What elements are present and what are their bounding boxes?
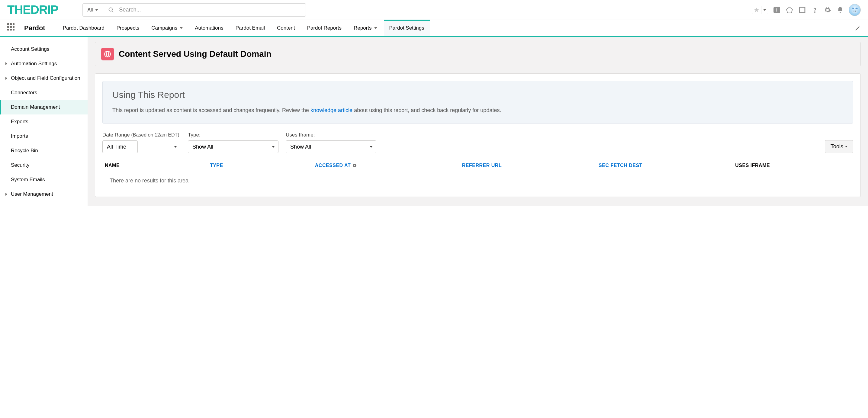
empty-results-message: There are no results for this area bbox=[102, 172, 853, 189]
tools-button[interactable]: Tools bbox=[825, 140, 853, 153]
plus-icon bbox=[773, 6, 781, 14]
chevron-down-icon bbox=[95, 9, 98, 11]
salesforce-cloud-button[interactable] bbox=[785, 6, 794, 14]
app-launcher-button[interactable] bbox=[7, 23, 17, 33]
search-scope-dropdown[interactable]: All bbox=[83, 4, 103, 16]
sidebar-item-automation-settings[interactable]: Automation Settings bbox=[0, 57, 88, 71]
app-logo[interactable]: THEDRIP bbox=[7, 3, 58, 17]
sidebar-item-object-and-field-configuration[interactable]: Object and Field Configuration bbox=[0, 71, 88, 86]
nav-tab-label: Pardot Settings bbox=[389, 25, 424, 31]
filter-hint-date: (Based on 12am EDT): bbox=[131, 132, 181, 138]
info-text: This report is updated as content is acc… bbox=[112, 106, 843, 115]
notifications-button[interactable] bbox=[836, 6, 844, 14]
search-scope-label: All bbox=[88, 7, 93, 13]
svg-point-10 bbox=[855, 10, 856, 11]
filter-label-iframe: Uses Iframe: bbox=[286, 132, 376, 138]
nav-tab-pardot-dashboard[interactable]: Pardot Dashboard bbox=[57, 20, 110, 36]
svg-point-9 bbox=[854, 10, 855, 11]
svg-marker-2 bbox=[754, 7, 759, 12]
uses-iframe-select[interactable]: Show All bbox=[286, 141, 376, 153]
nav-tab-pardot-email[interactable]: Pardot Email bbox=[230, 20, 270, 36]
nav-tab-campaigns[interactable]: Campaigns bbox=[146, 20, 188, 36]
nav-tab-label: Content bbox=[277, 25, 295, 31]
col-sec-fetch-dest[interactable]: SEC FETCH DEST bbox=[598, 163, 735, 168]
sidebar-item-exports[interactable]: Exports bbox=[0, 115, 88, 129]
col-accessed-at[interactable]: ACCESSED AT bbox=[315, 163, 462, 168]
sidebar-item-imports[interactable]: Imports bbox=[0, 129, 88, 144]
nav-tab-prospects[interactable]: Prospects bbox=[111, 20, 145, 36]
svg-point-0 bbox=[109, 7, 113, 11]
nav-tab-reports[interactable]: Reports bbox=[348, 20, 383, 36]
nav-tab-label: Prospects bbox=[117, 25, 140, 31]
sidebar-item-recycle-bin[interactable]: Recycle Bin bbox=[0, 144, 88, 158]
star-icon bbox=[754, 7, 759, 13]
search-input[interactable] bbox=[119, 7, 301, 13]
nav-tab-label: Reports bbox=[354, 25, 372, 31]
cloud-icon bbox=[785, 6, 794, 14]
globe-icon bbox=[101, 48, 114, 60]
gear-icon bbox=[824, 6, 831, 13]
page-title: Content Served Using Default Domain bbox=[119, 49, 272, 59]
sidebar-item-security[interactable]: Security bbox=[0, 158, 88, 173]
nav-tab-automations[interactable]: Automations bbox=[189, 20, 229, 36]
knowledge-article-link[interactable]: knowledge article bbox=[310, 107, 352, 113]
nav-tab-label: Pardot Dashboard bbox=[63, 25, 104, 31]
tools-label: Tools bbox=[831, 144, 843, 150]
bell-icon bbox=[837, 6, 844, 13]
caret-down-icon bbox=[845, 146, 847, 147]
filter-date-range: Date Range (Based on 12am EDT): All Time bbox=[102, 132, 181, 153]
nav-tab-pardot-settings[interactable]: Pardot Settings bbox=[384, 20, 430, 36]
chevron-down-icon bbox=[374, 27, 377, 29]
svg-line-1 bbox=[112, 10, 114, 12]
trailhead-button[interactable] bbox=[798, 6, 806, 14]
info-title: Using This Report bbox=[112, 90, 843, 100]
sidebar-item-system-emails[interactable]: System Emails bbox=[0, 173, 88, 187]
setup-button[interactable] bbox=[823, 6, 832, 14]
pencil-icon bbox=[855, 25, 861, 31]
sidebar-item-domain-management[interactable]: Domain Management bbox=[0, 100, 88, 115]
results-table: NAMETYPEACCESSED ATREFERRER URLSEC FETCH… bbox=[102, 159, 853, 189]
global-search: All bbox=[83, 3, 306, 17]
nav-tab-label: Pardot Email bbox=[236, 25, 265, 31]
filter-uses-iframe: Uses Iframe: Show All bbox=[286, 132, 376, 153]
nav-tab-content[interactable]: Content bbox=[272, 20, 301, 36]
favorites-dropdown[interactable] bbox=[752, 6, 768, 14]
nav-tab-label: Pardot Reports bbox=[307, 25, 342, 31]
question-icon bbox=[811, 6, 818, 13]
sidebar-item-account-settings[interactable]: Account Settings bbox=[0, 42, 88, 57]
filter-label-date: Date Range bbox=[102, 132, 131, 138]
square-icon bbox=[799, 6, 806, 13]
chevron-down-icon bbox=[180, 27, 183, 29]
col-uses-iframe: USES IFRAME bbox=[735, 163, 851, 168]
nav-tab-label: Automations bbox=[195, 25, 223, 31]
sort-desc-icon bbox=[352, 163, 357, 168]
edit-nav-button[interactable] bbox=[855, 25, 861, 31]
info-text-after: about using this report, and check back … bbox=[352, 107, 501, 113]
chevron-down-icon bbox=[763, 9, 766, 11]
col-referrer-url[interactable]: REFERRER URL bbox=[462, 163, 598, 168]
search-icon bbox=[108, 7, 114, 13]
help-button[interactable] bbox=[811, 6, 819, 14]
sidebar-item-user-management[interactable]: User Management bbox=[0, 187, 88, 202]
avatar-icon bbox=[850, 5, 859, 14]
nav-tab-label: Campaigns bbox=[151, 25, 177, 31]
user-avatar[interactable] bbox=[849, 4, 861, 16]
content-card: Using This Report This report is updated… bbox=[95, 73, 861, 197]
settings-sidebar: Account SettingsAutomation SettingsObjec… bbox=[0, 37, 88, 206]
svg-rect-4 bbox=[800, 7, 805, 13]
info-box: Using This Report This report is updated… bbox=[102, 81, 853, 123]
filter-label-type: Type: bbox=[188, 132, 278, 138]
type-select[interactable]: Show All bbox=[188, 141, 278, 153]
filter-type: Type: Show All bbox=[188, 132, 278, 153]
date-range-select[interactable]: All Time bbox=[102, 141, 138, 153]
nav-tab-pardot-reports[interactable]: Pardot Reports bbox=[302, 20, 347, 36]
svg-point-5 bbox=[814, 12, 815, 12]
col-name: NAME bbox=[105, 163, 210, 168]
col-type[interactable]: TYPE bbox=[210, 163, 315, 168]
add-button[interactable] bbox=[773, 6, 781, 14]
app-name: Pardot bbox=[24, 24, 45, 32]
info-text-before: This report is updated as content is acc… bbox=[112, 107, 310, 113]
sidebar-item-connectors[interactable]: Connectors bbox=[0, 86, 88, 100]
page-header: Content Served Using Default Domain bbox=[95, 42, 861, 66]
svg-point-8 bbox=[852, 9, 858, 13]
